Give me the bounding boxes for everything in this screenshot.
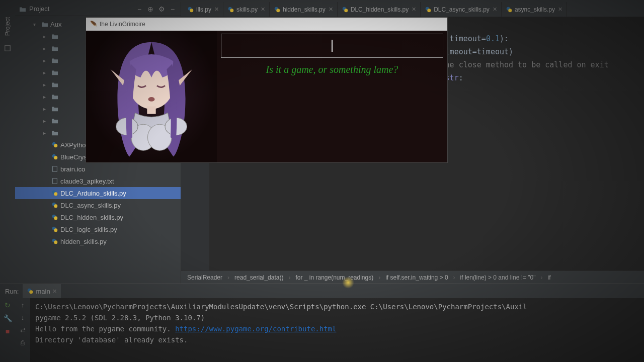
tree-file-label: DLC_Arduino_skills.py — [60, 190, 126, 197]
folder-icon — [51, 118, 58, 124]
breadcrumb-sep: › — [288, 274, 290, 281]
run-toolbar-a: ↻ 🔧 ■ — [0, 298, 15, 362]
target-icon[interactable]: ⊕ — [146, 5, 154, 13]
editor-tab[interactable]: skills.py ✕ — [223, 2, 270, 17]
close-icon[interactable]: ✕ — [493, 6, 497, 13]
tab-label: DLC_hidden_skills.py — [351, 6, 409, 13]
console-line: C:\Users\Lenovo\PycharmProjects\Auxiliar… — [35, 301, 639, 312]
python-icon — [51, 141, 58, 148]
chevron-right-icon[interactable] — [43, 106, 49, 112]
svg-point-30 — [30, 290, 33, 294]
console-line: Hello from the pygame community. https:/… — [35, 323, 639, 334]
editor-tab[interactable]: hidden_skills.py ✕ — [270, 2, 338, 17]
editor-tab[interactable]: DLC_hidden_skills.py ✕ — [338, 2, 421, 17]
python-icon — [274, 6, 281, 13]
svg-point-22 — [276, 9, 280, 12]
up-icon[interactable]: ↑ — [21, 301, 25, 309]
gear-icon[interactable]: ⚙ — [157, 5, 166, 13]
wrap-icon[interactable]: ⇄ — [20, 326, 26, 334]
chevron-right-icon[interactable] — [43, 118, 49, 124]
folder-icon — [51, 106, 58, 112]
run-body: ↻ 🔧 ■ ↑ ↓ ⇄ ⎙ C:\Users\Lenovo\PycharmPro… — [0, 298, 644, 362]
tree-file[interactable]: DLC_hidden_skills.py — [15, 211, 181, 223]
app-body: Is it a game, or something lame? — [86, 31, 447, 162]
feather-icon: 🪶 — [90, 21, 98, 28]
tree-file[interactable]: DLC_async_skills.py — [15, 199, 181, 211]
chevron-right-icon[interactable] — [43, 70, 49, 75]
close-icon[interactable]: ✕ — [214, 6, 219, 13]
close-icon[interactable]: ✕ — [558, 6, 562, 13]
tab-label: hidden_skills.py — [283, 6, 326, 13]
python-icon — [51, 190, 58, 197]
chevron-right-icon[interactable] — [43, 46, 49, 51]
breadcrumb-item[interactable]: if self.ser.in_waiting > 0 — [385, 274, 448, 281]
dialog-input[interactable] — [221, 34, 443, 58]
folder-icon — [51, 130, 58, 136]
tab-label: DLC_async_skills.py — [434, 6, 490, 13]
editor-tab[interactable]: ills.py ✕ — [183, 2, 223, 17]
close-icon[interactable]: ✕ — [412, 6, 416, 13]
svg-point-8 — [54, 192, 57, 196]
breadcrumb[interactable]: SerialReader›read_serial_data()›for _ in… — [181, 270, 644, 284]
app-titlebar[interactable]: 🪶 the LivinGrimoire — [86, 18, 447, 31]
console[interactable]: C:\Users\Lenovo\PycharmProjects\Auxiliar… — [30, 298, 644, 362]
stop-icon[interactable]: ■ — [4, 327, 12, 335]
tree-file-label: brain.ico — [60, 165, 85, 173]
tree-root-label: Aux — [50, 21, 61, 28]
breadcrumb-item[interactable]: SerialReader — [187, 274, 222, 281]
chevron-right-icon[interactable] — [43, 82, 49, 87]
bookmarks-icon[interactable] — [4, 45, 11, 52]
svg-point-28 — [508, 9, 512, 12]
folder-icon — [19, 6, 26, 12]
breadcrumb-sep: › — [541, 274, 543, 281]
svg-point-32 — [148, 97, 155, 102]
tree-file[interactable]: DLC_Arduino_skills.py — [15, 187, 181, 199]
project-header: Project − ⊕ ⚙ − — [15, 2, 181, 16]
python-icon — [51, 202, 58, 209]
wrench-icon[interactable]: 🔧 — [4, 314, 12, 322]
tab-label: async_skills.py — [515, 6, 555, 13]
editor-tab[interactable]: async_skills.py ✕ — [502, 2, 567, 17]
run-config-tab[interactable]: main ✕ — [23, 284, 60, 298]
project-title: Project — [29, 5, 132, 13]
hide-icon[interactable]: − — [169, 5, 177, 13]
breadcrumb-item[interactable]: for _ in range(num_readings) — [295, 274, 373, 281]
python-icon — [27, 288, 34, 295]
dialog-pane: Is it a game, or something lame? — [217, 31, 447, 162]
close-icon[interactable]: ✕ — [52, 288, 57, 295]
tab-label: skills.py — [236, 6, 258, 13]
print-icon[interactable]: ⎙ — [21, 339, 25, 346]
avatar-image — [96, 31, 207, 162]
project-tool-label[interactable]: Project — [4, 17, 11, 36]
folder-icon — [51, 69, 58, 75]
python-icon — [51, 214, 58, 221]
svg-rect-33 — [147, 107, 155, 114]
chevron-right-icon[interactable] — [43, 130, 49, 136]
editor-tab[interactable]: DLC_async_skills.py ✕ — [421, 2, 502, 17]
breadcrumb-item[interactable]: if len(line) > 0 and line != "0" — [460, 274, 536, 281]
breadcrumb-item[interactable]: if — [548, 274, 551, 281]
chevron-down-icon[interactable] — [33, 22, 39, 27]
app-window[interactable]: 🪶 the LivinGrimoire — [86, 17, 448, 163]
tree-file[interactable]: claude3_apikey.txt — [15, 175, 181, 187]
close-icon[interactable]: ✕ — [261, 6, 265, 13]
rerun-icon[interactable]: ↻ — [4, 301, 12, 309]
svg-point-20 — [230, 9, 233, 12]
svg-point-10 — [54, 204, 57, 208]
file-icon — [51, 177, 58, 185]
breadcrumb-item[interactable]: read_serial_data() — [234, 274, 283, 281]
down-icon[interactable]: ↓ — [21, 314, 25, 321]
collapse-icon[interactable]: − — [135, 5, 143, 13]
tree-file[interactable]: hidden_skills.py — [15, 235, 181, 247]
close-icon[interactable]: ✕ — [329, 6, 333, 13]
folder-icon — [51, 57, 58, 63]
chevron-right-icon[interactable] — [43, 58, 49, 63]
tree-file[interactable]: brain.ico — [15, 163, 181, 175]
chevron-right-icon[interactable] — [43, 94, 49, 100]
tree-file-label: DLC_logic_skills.py — [60, 226, 117, 233]
console-link[interactable]: https://www.pygame.org/contribute.html — [175, 325, 336, 333]
chevron-right-icon[interactable] — [43, 34, 49, 39]
python-icon — [425, 6, 432, 13]
tree-file[interactable]: DLC_logic_skills.py — [15, 223, 181, 235]
file-icon — [51, 165, 58, 172]
